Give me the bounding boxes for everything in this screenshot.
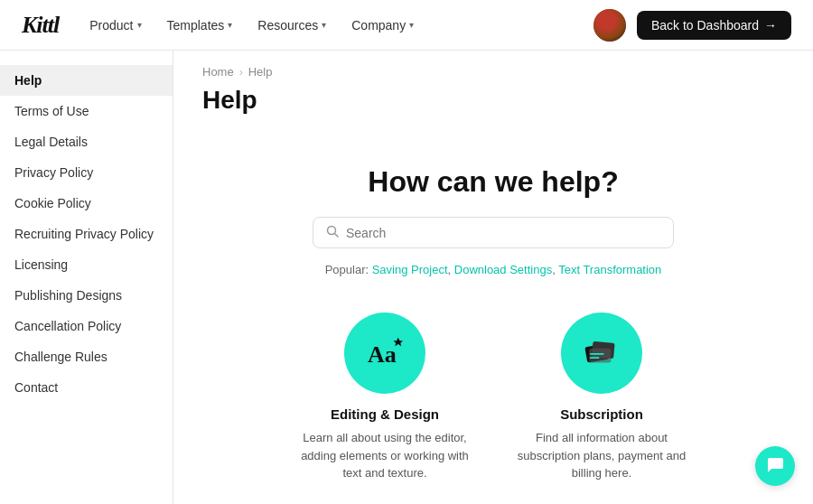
chevron-down-icon: ▾: [228, 20, 232, 30]
chevron-down-icon: ▾: [137, 20, 142, 30]
nav-company-label: Company: [351, 18, 406, 33]
card-subscription-desc: Find all information about subscription …: [511, 429, 692, 482]
main-content: Home › Help Help How can we help? Po: [173, 51, 813, 504]
chevron-down-icon: ▾: [322, 20, 326, 30]
back-button-label: Back to Dashboard: [651, 18, 759, 33]
editing-design-icon-bg: Aa: [344, 313, 425, 394]
nav-resources-label: Resources: [257, 18, 318, 33]
search-input[interactable]: [346, 226, 660, 240]
popular-label: Popular:: [325, 263, 369, 276]
help-cards: Aa Editing & Design Learn all about usin…: [202, 313, 784, 504]
svg-rect-5: [589, 349, 611, 363]
card-subscription-title: Subscription: [560, 406, 643, 422]
card-editing-design[interactable]: Aa Editing & Design Learn all about usin…: [294, 313, 475, 482]
breadcrumb-current: Help: [248, 65, 273, 79]
svg-line-1: [335, 234, 339, 238]
avatar[interactable]: [593, 9, 626, 42]
sidebar-item-legal-details[interactable]: Legal Details: [0, 126, 173, 157]
chat-bubble-button[interactable]: [755, 446, 795, 486]
popular-section: Popular: Saving Project, Download Settin…: [202, 263, 784, 276]
breadcrumb: Home › Help: [202, 51, 784, 86]
nav-company[interactable]: Company ▾: [342, 13, 423, 38]
sidebar-item-help[interactable]: Help: [0, 65, 173, 96]
nav-templates[interactable]: Templates ▾: [158, 13, 242, 38]
card-editing-design-desc: Learn all about using the editor, adding…: [294, 429, 475, 482]
chevron-down-icon: ▾: [409, 20, 414, 30]
nav-left: Kittl Product ▾ Templates ▾ Resources ▾ …: [22, 12, 423, 39]
sidebar-item-terms-of-use[interactable]: Terms of Use: [0, 96, 173, 126]
nav-product[interactable]: Product ▾: [80, 13, 150, 38]
sidebar-item-licensing[interactable]: Licensing: [0, 249, 173, 280]
sidebar-item-privacy-policy[interactable]: Privacy Policy: [0, 157, 173, 188]
card-editing-design-title: Editing & Design: [331, 406, 439, 422]
sidebar-item-challenge-rules[interactable]: Challenge Rules: [0, 341, 173, 372]
popular-text-transformation[interactable]: Text Transformation: [558, 263, 661, 276]
nav-right: Back to Dashboard →: [593, 9, 791, 42]
sidebar-item-cookie-policy[interactable]: Cookie Policy: [0, 188, 173, 219]
search-icon: [326, 225, 339, 240]
sidebar-item-contact[interactable]: Contact: [0, 372, 173, 403]
svg-text:Aa: Aa: [368, 341, 397, 368]
arrow-right-icon: →: [764, 18, 777, 33]
nav-templates-label: Templates: [167, 18, 225, 33]
hero-section: How can we help? Popular: Saving Project…: [202, 144, 784, 504]
search-bar: [313, 217, 674, 248]
card-subscription[interactable]: Subscription Find all information about …: [511, 313, 692, 482]
popular-download-settings[interactable]: Download Settings: [454, 263, 552, 276]
popular-saving-project[interactable]: Saving Project: [372, 263, 448, 276]
chat-icon: [765, 454, 785, 479]
sidebar-item-publishing-designs[interactable]: Publishing Designs: [0, 280, 173, 311]
nav-resources[interactable]: Resources ▾: [248, 13, 335, 38]
page-wrapper: Help Terms of Use Legal Details Privacy …: [0, 51, 813, 504]
navbar: Kittl Product ▾ Templates ▾ Resources ▾ …: [0, 0, 813, 51]
breadcrumb-separator: ›: [239, 66, 243, 79]
breadcrumb-home[interactable]: Home: [202, 65, 234, 79]
back-to-dashboard-button[interactable]: Back to Dashboard →: [637, 11, 791, 40]
sidebar: Help Terms of Use Legal Details Privacy …: [0, 51, 173, 504]
brand-logo[interactable]: Kittl: [22, 12, 59, 39]
nav-product-label: Product: [89, 18, 133, 33]
sidebar-item-recruiting-privacy-policy[interactable]: Recruiting Privacy Policy: [0, 219, 173, 249]
subscription-icon-bg: [561, 313, 642, 394]
hero-title: How can we help?: [202, 165, 784, 199]
sidebar-item-cancellation-policy[interactable]: Cancellation Policy: [0, 311, 173, 341]
page-title: Help: [202, 86, 784, 115]
